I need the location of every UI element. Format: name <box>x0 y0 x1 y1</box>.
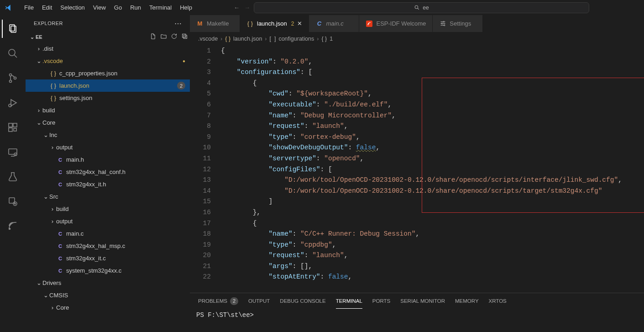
panel-tab-problems[interactable]: PROBLEMS2 <box>198 293 238 309</box>
close-icon[interactable]: ✕ <box>297 20 302 27</box>
code-line[interactable]: 7 "name": "Debug Microcontroller", <box>190 111 644 121</box>
code-line[interactable]: 14 "D:/work/tool/OpenOCD-20231002-0.12.0… <box>190 186 644 197</box>
nav-back-icon[interactable]: ← <box>234 4 240 11</box>
code-line[interactable]: 6 "executable": "./build/ee.elf", <box>190 100 644 111</box>
breadcrumb-seg[interactable]: launch.json <box>233 36 262 42</box>
activity-source-control-icon[interactable] <box>2 69 24 87</box>
menu-selection[interactable]: Selection <box>56 0 89 15</box>
sidebar-more-icon[interactable]: ⋯ <box>174 19 182 28</box>
file-main.c[interactable]: Cmain.c <box>26 227 190 240</box>
refresh-icon[interactable] <box>171 33 178 41</box>
menu-edit[interactable]: Edit <box>38 0 56 15</box>
workspace-root-header[interactable]: ⌄ EE <box>26 32 190 42</box>
breadcrumb-seg[interactable]: .vscode <box>198 36 218 42</box>
file-stm32g4xx_it.h[interactable]: Cstm32g4xx_it.h <box>26 178 190 190</box>
folder-Drivers[interactable]: ⌄Drivers <box>26 277 190 289</box>
activity-debug-icon[interactable] <box>2 94 24 112</box>
code-line[interactable]: 8 "request": "launch", <box>190 121 644 132</box>
tab-main-c[interactable]: Cmain.c <box>309 15 359 32</box>
code-line[interactable]: 15 ] <box>190 196 644 207</box>
file-stm32g4xx_it.c[interactable]: Cstm32g4xx_it.c <box>26 252 190 264</box>
code-line[interactable]: 13 "D:/work/tool/OpenOCD-20231002-0.12.0… <box>190 175 644 186</box>
code-line[interactable]: 10 "showDevDebugOutput": false, <box>190 142 644 153</box>
folder-Inc[interactable]: ⌄Inc <box>26 129 190 141</box>
file-system_stm32g4xx.c[interactable]: Csystem_stm32g4xx.c <box>26 264 190 277</box>
folder-build[interactable]: ›build <box>26 104 190 116</box>
menu-terminal[interactable]: Terminal <box>145 0 176 15</box>
folder-output[interactable]: ›output <box>26 215 190 227</box>
file-c_cpp_properties.json[interactable]: { }c_cpp_properties.json <box>26 67 190 79</box>
svg-rect-1 <box>10 25 15 31</box>
panel-tab-debug-console[interactable]: DEBUG CONSOLE <box>280 293 325 309</box>
tab-launch-json[interactable]: { }launch.json2✕ <box>240 15 309 32</box>
panel-tab-terminal[interactable]: TERMINAL <box>336 293 362 309</box>
svg-rect-10 <box>9 128 12 132</box>
file-stm32g4xx_hal_msp.c[interactable]: Cstm32g4xx_hal_msp.c <box>26 240 190 252</box>
terminal-output[interactable]: PS F:\ST\st\ee> <box>190 309 644 332</box>
activity-espressif-icon[interactable] <box>2 217 24 235</box>
folder-CMSIS[interactable]: ⌄CMSIS <box>26 289 190 301</box>
folder-.dist[interactable]: ›.dist <box>26 42 190 55</box>
code-line[interactable]: 3 "configurations": [ <box>190 67 644 78</box>
folder-Core[interactable]: ⌄Core <box>26 116 190 129</box>
folder-Src[interactable]: ⌄Src <box>26 190 190 203</box>
code-line[interactable]: 17 { <box>190 218 644 229</box>
code-line[interactable]: 18 "name": "C/C++ Runner: Debug Session"… <box>190 229 644 240</box>
activity-search-icon[interactable] <box>2 44 24 63</box>
menu-help[interactable]: Help <box>176 0 196 15</box>
line-number: 12 <box>190 164 221 175</box>
code-line[interactable]: 22 "stopAtEntry": false, <box>190 272 644 283</box>
tab-makefile[interactable]: MMakefile <box>190 15 240 32</box>
new-file-icon[interactable] <box>150 33 157 41</box>
activity-esp-config-icon[interactable] <box>2 192 24 211</box>
folder-.vscode[interactable]: ⌄.vscode <box>26 55 190 67</box>
panel-tab-xrtos[interactable]: XRTOS <box>489 293 507 309</box>
line-number: 9 <box>190 132 221 143</box>
new-folder-icon[interactable] <box>160 33 167 41</box>
breadcrumb-seg[interactable]: 1 <box>330 36 333 42</box>
code-line[interactable]: 19 "type": "cppdbg", <box>190 240 644 251</box>
file-settings.json[interactable]: { }settings.json <box>26 92 190 104</box>
breadcrumb[interactable]: .vscode › { } launch.json › [ ] configur… <box>190 32 644 45</box>
breadcrumb-seg[interactable]: configurations <box>278 36 314 42</box>
nav-forward-icon[interactable]: → <box>244 4 250 11</box>
code-editor[interactable]: 1{2 "version": "0.2.0",3 "configurations… <box>190 45 644 293</box>
code-line[interactable]: 12 "configFiles": [ <box>190 164 644 175</box>
code-line[interactable]: 11 "servertype": "openocd", <box>190 153 644 164</box>
code-line[interactable]: 1{ <box>190 46 644 57</box>
code-line[interactable]: 21 "args": [], <box>190 261 644 272</box>
folder-build[interactable]: ›build <box>26 203 190 215</box>
file-main.h[interactable]: Cmain.h <box>26 153 190 166</box>
code-line[interactable]: 20 "request": "launch", <box>190 250 644 261</box>
tab-settings[interactable]: Settings <box>433 15 483 32</box>
menu-view[interactable]: View <box>89 0 110 15</box>
menu-go[interactable]: Go <box>110 0 126 15</box>
activity-explorer-icon[interactable] <box>2 20 24 38</box>
svg-point-3 <box>9 49 15 56</box>
svg-rect-11 <box>14 128 16 131</box>
file-launch.json[interactable]: { }launch.json2 <box>26 79 190 92</box>
folder-Core[interactable]: ›Core <box>26 301 190 314</box>
file-stm32g4xx_hal_conf.h[interactable]: Cstm32g4xx_hal_conf.h <box>26 166 190 178</box>
menu-file[interactable]: File <box>20 0 38 15</box>
panel-tab-memory[interactable]: MEMORY <box>455 293 479 309</box>
panel-tab-serial-monitor[interactable]: SERIAL MONITOR <box>400 293 445 309</box>
code-line[interactable]: 4 { <box>190 78 644 89</box>
tab-label: launch.json <box>257 20 287 27</box>
command-center-search[interactable]: ee <box>254 2 589 13</box>
activity-extensions-icon[interactable] <box>2 118 24 137</box>
code-line[interactable]: 9 "type": "cortex-debug", <box>190 132 644 143</box>
code-line[interactable]: 16 }, <box>190 207 644 218</box>
menu-run[interactable]: Run <box>126 0 145 15</box>
code-line[interactable]: 2 "version": "0.2.0", <box>190 57 644 68</box>
collapse-all-icon[interactable] <box>181 33 188 41</box>
line-number: 8 <box>190 121 221 132</box>
activity-testing-icon[interactable] <box>2 168 24 186</box>
code-line[interactable]: 5 "cwd": "${workspaceRoot}", <box>190 89 644 100</box>
activity-remote-icon[interactable] <box>2 143 24 161</box>
tab-esp-idf-welcome[interactable]: ESP-IDF Welcome <box>359 15 433 32</box>
panel-tabs: PROBLEMS2OUTPUTDEBUG CONSOLETERMINALPORT… <box>190 293 644 309</box>
panel-tab-ports[interactable]: PORTS <box>372 293 390 309</box>
folder-output[interactable]: ›output <box>26 141 190 153</box>
panel-tab-output[interactable]: OUTPUT <box>248 293 270 309</box>
